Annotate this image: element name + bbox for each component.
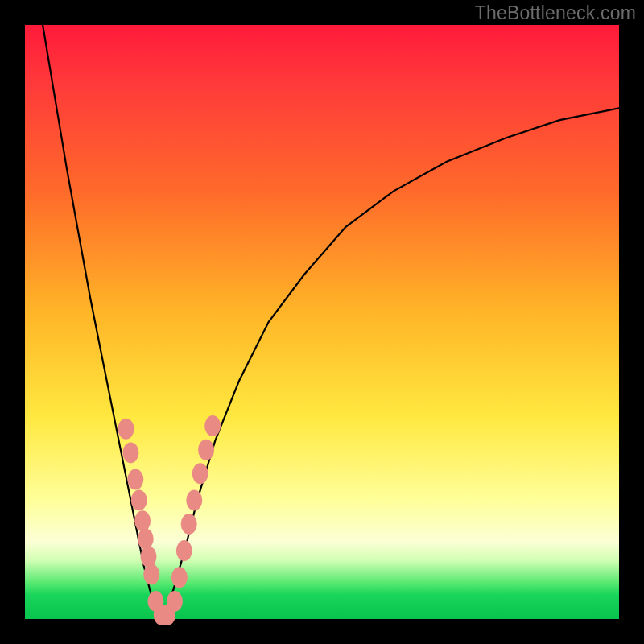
data-marker <box>122 442 138 463</box>
data-marker <box>167 591 183 612</box>
plot-area <box>25 25 619 619</box>
data-marker <box>127 469 143 490</box>
data-marker <box>171 567 188 588</box>
data-marker <box>138 528 154 549</box>
data-marker <box>141 547 157 568</box>
data-marker <box>192 463 208 484</box>
chart-stage: TheBottleneck.com <box>0 0 644 644</box>
data-marker <box>131 489 147 510</box>
right-curve <box>162 108 619 619</box>
data-marker <box>118 419 134 440</box>
data-marker <box>143 564 159 585</box>
data-marker <box>204 415 221 436</box>
data-marker <box>134 510 151 531</box>
curves-svg <box>25 25 619 619</box>
data-marker <box>186 489 202 510</box>
data-marker <box>198 440 214 460</box>
data-marker <box>176 540 192 561</box>
watermark-text: TheBottleneck.com <box>475 2 636 24</box>
data-marker <box>181 514 197 535</box>
marker-group <box>118 415 221 625</box>
